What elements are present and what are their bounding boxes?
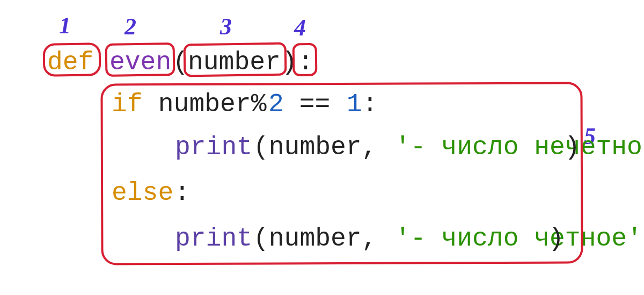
ring-param xyxy=(184,42,287,77)
label-3: 3 xyxy=(220,15,232,39)
label-2: 2 xyxy=(125,15,136,39)
ring-body xyxy=(100,82,583,265)
ring-def xyxy=(43,42,101,77)
ring-colon xyxy=(292,43,318,77)
label-4: 4 xyxy=(294,16,306,40)
label-1: 1 xyxy=(59,14,71,38)
annotated-code-diagram: 1 2 3 4 5 def even ( number ) : if numbe… xyxy=(0,0,644,295)
ring-name xyxy=(105,42,175,77)
